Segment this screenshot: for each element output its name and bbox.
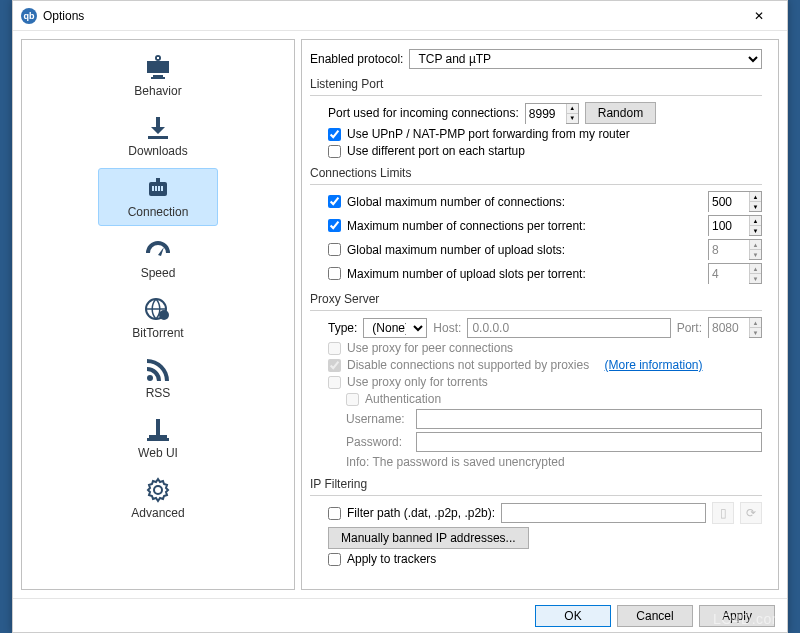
proxy-title: Proxy Server [310,292,762,306]
sidebar-item-label: Behavior [134,84,181,98]
sidebar-item-advanced[interactable]: Advanced [98,470,218,526]
global-conn-checkbox[interactable] [328,195,341,208]
apply-trackers-checkbox[interactable] [328,553,341,566]
filter-path-label[interactable]: Filter path (.dat, .p2p, .p2b): [347,506,495,520]
sidebar-item-label: Advanced [131,506,184,520]
cancel-button[interactable]: Cancel [617,605,693,627]
proxy-disable-label: Disable connections not supported by pro… [347,358,589,372]
apply-button[interactable]: Apply [699,605,775,627]
per-torrent-conn-label[interactable]: Maximum number of connections per torren… [347,219,702,233]
rss-icon [142,356,174,384]
webui-icon [142,416,174,444]
upnp-label[interactable]: Use UPnP / NAT-PMP port forwarding from … [347,127,630,141]
global-upload-spin: ▲▼ [708,239,762,260]
options-window: qb Options ✕ Behavior Downloads Co [12,0,788,633]
listening-port-title: Listening Port [310,77,762,91]
connection-settings: Enabled protocol: TCP and µTP Listening … [302,40,778,589]
close-button[interactable]: ✕ [739,2,779,30]
sidebar-item-label: Connection [128,205,189,219]
proxy-type-label: Type: [328,321,357,335]
proxy-host-input [467,318,670,338]
manual-ban-button[interactable]: Manually banned IP addresses... [328,527,529,549]
svg-point-9 [147,375,153,381]
sidebar-item-label: RSS [146,386,171,400]
more-info-link[interactable]: (More information) [605,358,703,372]
enabled-protocol-label: Enabled protocol: [310,52,403,66]
proxy-username-label: Username: [346,412,410,426]
sidebar-item-label: Speed [141,266,176,280]
conn-limits-title: Connections Limits [310,166,762,180]
sidebar-item-connection[interactable]: Connection [98,168,218,226]
apply-trackers-label[interactable]: Apply to trackers [347,552,436,566]
proxy-auth-checkbox [346,393,359,406]
proxy-password-label: Password: [346,435,410,449]
proxy-peer-checkbox [328,342,341,355]
sidebar-item-label: BitTorrent [132,326,183,340]
svg-rect-3 [155,186,157,191]
global-conn-label[interactable]: Global maximum number of connections: [347,195,702,209]
sidebar-item-speed[interactable]: Speed [98,230,218,286]
filter-path-input [501,503,706,523]
svg-point-8 [159,310,169,320]
browse-icon: ▯ [712,502,734,524]
reload-icon: ⟳ [740,502,762,524]
svg-rect-5 [161,186,163,191]
sidebar-item-label: Web UI [138,446,178,460]
monitor-gear-icon [142,54,174,82]
proxy-host-label: Host: [433,321,461,335]
enabled-protocol-select[interactable]: TCP and µTP [409,49,762,69]
svg-rect-12 [147,438,169,441]
proxy-auth-label: Authentication [365,392,441,406]
ip-filter-title: IP Filtering [310,477,762,491]
proxy-only-torrents-checkbox [328,376,341,389]
titlebar: qb Options ✕ [13,1,787,31]
spin-down-icon[interactable]: ▼ [566,114,578,123]
gear-icon [142,476,174,504]
dialog-footer: OK Cancel Apply [13,598,787,632]
global-upload-checkbox[interactable] [328,243,341,256]
diff-port-checkbox[interactable] [328,145,341,158]
svg-rect-6 [156,178,160,182]
per-torrent-upload-checkbox[interactable] [328,267,341,280]
spin-up-icon[interactable]: ▲ [566,104,578,114]
per-torrent-conn-checkbox[interactable] [328,219,341,232]
sidebar-item-rss[interactable]: RSS [98,350,218,406]
download-icon [142,114,174,142]
proxy-disable-checkbox [328,359,341,372]
per-torrent-upload-label[interactable]: Maximum number of upload slots per torre… [347,267,702,281]
network-icon [142,175,174,203]
sidebar-item-bittorrent[interactable]: BitTorrent [98,290,218,346]
proxy-port-spin: ▲▼ [708,317,762,338]
diff-port-label[interactable]: Use different port on each startup [347,144,525,158]
global-conn-spin[interactable]: ▲▼ [708,191,762,212]
globe-gear-icon [142,296,174,324]
filter-path-checkbox[interactable] [328,507,341,520]
sidebar-item-downloads[interactable]: Downloads [98,108,218,164]
port-input[interactable] [526,104,566,124]
proxy-username-input [416,409,762,429]
sidebar-item-behavior[interactable]: Behavior [98,48,218,104]
global-upload-label[interactable]: Global maximum number of upload slots: [347,243,702,257]
svg-rect-2 [152,186,154,191]
random-port-button[interactable]: Random [585,102,656,124]
proxy-only-torrents-label: Use proxy only for torrents [347,375,488,389]
proxy-peer-label: Use proxy for peer connections [347,341,513,355]
per-torrent-upload-spin: ▲▼ [708,263,762,284]
per-torrent-conn-spin[interactable]: ▲▼ [708,215,762,236]
upnp-checkbox[interactable] [328,128,341,141]
proxy-info-text: Info: The password is saved unencrypted [346,455,565,469]
port-spinbox[interactable]: ▲▼ [525,103,579,124]
proxy-password-input [416,432,762,452]
ok-button[interactable]: OK [535,605,611,627]
content-panel: Enabled protocol: TCP and µTP Listening … [301,39,779,590]
sidebar-item-webui[interactable]: Web UI [98,410,218,466]
gauge-icon [142,236,174,264]
svg-rect-10 [156,419,160,435]
proxy-port-label: Port: [677,321,702,335]
proxy-type-select[interactable]: (None) [363,318,427,338]
svg-rect-11 [149,435,167,438]
window-title: Options [43,9,739,23]
port-label: Port used for incoming connections: [328,106,519,120]
app-icon: qb [21,8,37,24]
category-sidebar: Behavior Downloads Connection Speed [21,39,295,590]
